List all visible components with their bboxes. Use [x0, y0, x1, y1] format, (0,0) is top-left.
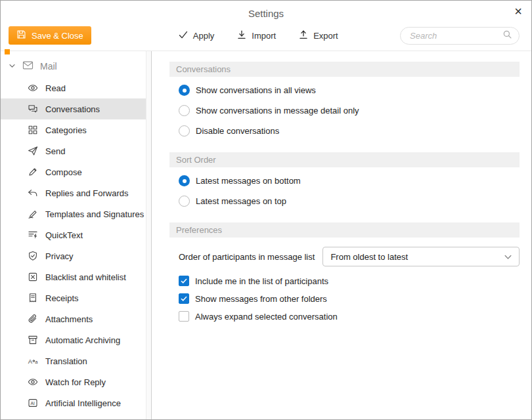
sidebar-item-quicktext[interactable]: QuickText: [1, 224, 146, 245]
sidebar-item-label: Templates and Signatures: [45, 209, 144, 219]
checkbox-label: Always expand selected conversation: [195, 312, 338, 322]
conversations-icon: [27, 104, 38, 115]
sidebar-item-label: Automatic Archiving: [45, 335, 120, 345]
export-icon: [298, 30, 309, 42]
radio-label: Show conversations in all views: [196, 85, 316, 95]
section-header-preferences: Preferences: [169, 222, 520, 238]
section-header-conversations: Conversations: [169, 62, 520, 77]
sidebar-item-label: Read: [45, 83, 66, 93]
checkbox-always-expand[interactable]: Always expand selected conversation: [179, 311, 520, 322]
preferences-options: Order of participants in message list Fr…: [169, 247, 520, 322]
radio-label: Show conversations in message detail onl…: [196, 106, 359, 116]
checkbox[interactable]: [179, 311, 189, 322]
sidebar-item-conversations[interactable]: Conversations: [1, 98, 146, 119]
ai-icon: AI: [27, 398, 38, 409]
sort-order-options: Latest messages on bottom Latest message…: [169, 167, 520, 222]
sidebar-item-translation[interactable]: Aa Translation: [1, 350, 146, 371]
settings-content: Conversations Show conversations in all …: [152, 51, 531, 419]
sidebar-items: Read Conversations Categories Send Compo…: [1, 77, 146, 413]
import-button[interactable]: Import: [236, 30, 276, 42]
sidebar-item-watch-for-reply[interactable]: Watch for Reply: [1, 371, 146, 392]
sidebar-item-label: Blacklist and whitelist: [45, 272, 126, 282]
sidebar-item-label: Attachments: [45, 314, 93, 324]
sidebar-item-label: Send: [45, 146, 65, 156]
sidebar-item-label: Privacy: [45, 251, 74, 261]
export-button[interactable]: Export: [298, 30, 338, 42]
check-icon: [178, 30, 188, 42]
toolbar: Save & Close Apply Import Export: [1, 20, 531, 51]
save-close-button[interactable]: Save & Close: [9, 26, 91, 45]
radio-label: Latest messages on bottom: [196, 176, 301, 186]
radio-option-disable[interactable]: Disable conversations: [179, 125, 520, 136]
send-icon: [27, 146, 38, 157]
sidebar-item-automatic-archiving[interactable]: Automatic Archiving: [1, 329, 146, 350]
close-icon[interactable]: ×: [514, 5, 522, 18]
sidebar-item-label: Watch for Reply: [45, 377, 106, 387]
radio-option-all-views[interactable]: Show conversations in all views: [179, 85, 520, 96]
import-label: Import: [252, 31, 276, 41]
sidebar-group-mail[interactable]: Mail: [1, 55, 146, 77]
sidebar-item-templates-signatures[interactable]: Templates and Signatures: [1, 203, 146, 224]
svg-text:AI: AI: [30, 401, 35, 406]
radio-button[interactable]: [179, 85, 190, 96]
search-icon: [502, 30, 512, 42]
sidebar: Mail Read Conversations Categories Sen: [1, 51, 152, 419]
radio-option-latest-top[interactable]: Latest messages on top: [179, 196, 520, 207]
receipt-icon: [27, 293, 38, 304]
checkbox-show-other-folders[interactable]: Show messages from other folders: [179, 293, 520, 304]
chevron-down-icon: [504, 252, 512, 262]
checkbox-label: Include me in the list of participants: [195, 276, 328, 286]
import-icon: [236, 30, 247, 42]
radio-option-latest-bottom[interactable]: Latest messages on bottom: [179, 175, 520, 186]
compose-icon: [27, 167, 38, 178]
sidebar-item-categories[interactable]: Categories: [1, 119, 146, 140]
sidebar-item-label: Receipts: [45, 293, 79, 303]
sidebar-item-read[interactable]: Read: [1, 77, 146, 98]
titlebar: Settings ×: [1, 1, 531, 20]
svg-text:A: A: [28, 358, 32, 365]
checkbox[interactable]: [179, 293, 189, 304]
sidebar-item-receipts[interactable]: Receipts: [1, 287, 146, 308]
checkbox-include-me[interactable]: Include me in the list of participants: [179, 276, 520, 286]
sidebar-item-attachments[interactable]: Attachments: [1, 308, 146, 329]
radio-label: Latest messages on top: [196, 196, 286, 206]
radio-button[interactable]: [179, 125, 190, 136]
save-close-label: Save & Close: [32, 31, 83, 41]
quicktext-icon: [27, 230, 38, 241]
archive-icon: [27, 335, 38, 346]
translation-icon: Aa: [27, 356, 38, 367]
signature-icon: [27, 209, 38, 220]
sidebar-item-replies-forwards[interactable]: Replies and Forwards: [1, 182, 146, 203]
participants-order-row: Order of participants in message list Fr…: [179, 247, 520, 266]
sidebar-item-label: Replies and Forwards: [45, 188, 128, 198]
shield-icon: [27, 251, 38, 262]
sidebar-item-label: QuickText: [45, 230, 83, 240]
categories-icon: [27, 125, 38, 136]
toolbar-actions: Apply Import Export: [178, 30, 338, 42]
sidebar-item-privacy[interactable]: Privacy: [1, 245, 146, 266]
radio-label: Disable conversations: [196, 126, 279, 136]
select-value: From oldest to latest: [330, 252, 408, 262]
chevron-down-icon: [9, 61, 16, 72]
sidebar-item-send[interactable]: Send: [1, 140, 146, 161]
sidebar-item-label: Compose: [45, 167, 82, 177]
sidebar-item-blacklist-whitelist[interactable]: Blacklist and whitelist: [1, 266, 146, 287]
sidebar-item-label: Translation: [45, 356, 87, 366]
radio-button[interactable]: [179, 105, 190, 116]
sidebar-group-label: Mail: [40, 61, 57, 72]
window-title: Settings: [248, 8, 284, 19]
participants-order-select[interactable]: From oldest to latest: [322, 247, 520, 266]
search-box[interactable]: [400, 27, 520, 45]
search-input[interactable]: [410, 31, 502, 41]
reply-icon: [27, 188, 38, 199]
sidebar-item-artificial-intelligence[interactable]: AI Artificial Intelligence: [1, 392, 146, 413]
radio-button[interactable]: [179, 196, 190, 207]
checkbox[interactable]: [179, 276, 189, 286]
radio-option-detail-only[interactable]: Show conversations in message detail onl…: [179, 105, 520, 116]
settings-window: Settings × Save & Close Apply Import Exp…: [0, 0, 532, 420]
sidebar-item-compose[interactable]: Compose: [1, 161, 146, 182]
radio-button[interactable]: [179, 175, 190, 186]
apply-button[interactable]: Apply: [178, 30, 215, 42]
sidebar-item-label: Categories: [45, 125, 87, 135]
sidebar-scrollbar[interactable]: [146, 51, 151, 419]
